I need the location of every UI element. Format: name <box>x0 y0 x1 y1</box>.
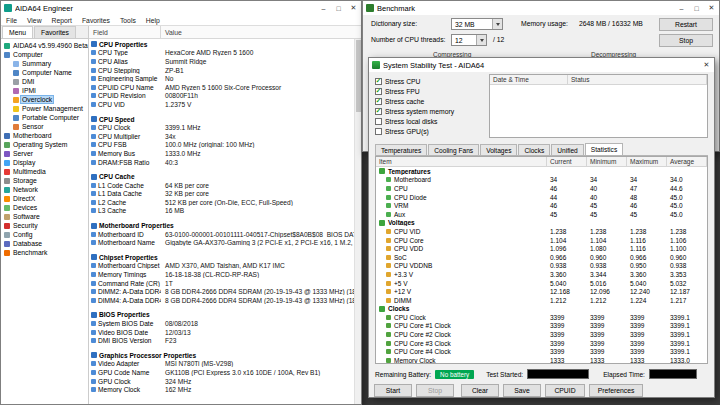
property-row-dram-fsb-ratio[interactable]: DRAM:FSB Ratio40:3 <box>89 158 361 167</box>
stats-row-5-v[interactable]: +5 V5.0405.0165.0405.032 <box>376 279 707 288</box>
property-row-cpu-stepping[interactable]: CPU SteppingZP-B1 <box>89 66 361 75</box>
menu-view[interactable]: View <box>22 17 47 24</box>
sidebar-item-computer[interactable]: Computer <box>1 50 88 59</box>
tab-statistics[interactable]: Statistics <box>585 143 623 155</box>
tab-clocks[interactable]: Clocks <box>518 144 550 155</box>
sidebar-item-security[interactable]: Security <box>1 221 88 230</box>
sidebar-item-motherboard[interactable]: Motherboard <box>1 131 88 140</box>
sidebar-item-config[interactable]: Config <box>1 230 88 239</box>
sidebar-item-server[interactable]: Server <box>1 149 88 158</box>
property-row-l2-cache[interactable]: L2 Cache512 KB per core (On-Die, ECC, Fu… <box>89 198 361 207</box>
stats-group-temperatures[interactable]: Temperatures <box>376 167 707 176</box>
stats-group-voltages[interactable]: Voltages <box>376 219 707 228</box>
menu-file[interactable]: File <box>1 17 22 24</box>
stats-column-minimum[interactable]: Minimum <box>587 157 627 166</box>
vertical-scrollbar[interactable] <box>354 39 361 404</box>
property-row-dimm4-a-data-ddr4-2666-2[interactable]: DIMM4: A-Data DDR4 2666 2...8 GB DDR4-26… <box>89 296 361 305</box>
stats-row-memory-clock[interactable]: Memory Clock1333133313331333.0 <box>376 356 707 363</box>
property-row-video-bios-date[interactable]: Video BIOS Date12/03/13 <box>89 328 361 337</box>
menu-report[interactable]: Report <box>47 17 77 24</box>
sidebar-item-multimedia[interactable]: Multimedia <box>1 167 88 176</box>
sidebar-item-network[interactable]: Network <box>1 185 88 194</box>
property-row-gpu-code-name[interactable]: GPU Code NameGK110B (PCI Express 3.0 x16… <box>89 368 361 377</box>
property-group-bios-properties[interactable]: BIOS Properties <box>89 311 361 320</box>
cpuid-button[interactable]: CPUID <box>545 384 585 397</box>
sidebar-item-storage[interactable]: Storage <box>1 176 88 185</box>
property-row-cpu-fsb[interactable]: CPU FSB100.0 MHz (original: 100 MHz) <box>89 141 361 150</box>
property-row-cpu-multiplier[interactable]: CPU Multiplier34x <box>89 132 361 141</box>
stop-button[interactable]: Stop <box>416 384 454 397</box>
stop-button[interactable]: Stop <box>659 34 713 47</box>
property-row-cpu-alias[interactable]: CPU AliasSummit Ridge <box>89 57 361 66</box>
sidebar-item-ipmi[interactable]: IPMI <box>1 86 88 95</box>
stats-column-current[interactable]: Current <box>547 157 587 166</box>
checkbox-stress-cache[interactable]: ✓Stress cache <box>375 96 487 106</box>
property-row-command-rate-cr[interactable]: Command Rate (CR)1T <box>89 279 361 288</box>
menu-tools[interactable]: Tools <box>115 17 141 24</box>
dictionary-size-select[interactable]: 32 MB <box>451 18 503 30</box>
property-row-engineering-sample[interactable]: Engineering SampleNo <box>89 74 361 83</box>
sidebar-item-database[interactable]: Database <box>1 239 88 248</box>
property-row-cpuid-cpu-name[interactable]: CPUID CPU NameAMD Ryzen 5 1600 Six-Core … <box>89 83 361 92</box>
sidebar-item-software[interactable]: Software <box>1 212 88 221</box>
stats-row-cpu-vid[interactable]: CPU VID1.2381.2381.2381.238 <box>376 227 707 236</box>
close-icon[interactable]: ✕ <box>346 1 361 15</box>
stats-row-dimm[interactable]: DIMM1.2121.2121.2241.217 <box>376 296 707 305</box>
property-row-l1-code-cache[interactable]: L1 Code Cache64 KB per core <box>89 181 361 190</box>
property-row-cpu-vid[interactable]: CPU VID1.2375 V <box>89 100 361 109</box>
stats-row-cpu-vdd[interactable]: CPU VDD1.0961.0801.1161.100 <box>376 244 707 253</box>
stats-row-cpu-vddnb[interactable]: CPU VDDNB0.9380.9380.9500.938 <box>376 262 707 271</box>
stability-titlebar[interactable]: System Stability Test - AIDA64 ✕ <box>369 58 714 72</box>
stats-column-average[interactable]: Average <box>667 157 707 166</box>
pane-tab-menu[interactable]: Menu <box>2 26 33 38</box>
property-group-graphics-processor-properties[interactable]: Graphics Processor Properties <box>89 351 361 360</box>
property-group-cpu-speed[interactable]: CPU Speed <box>89 115 361 124</box>
maximize-icon[interactable]: □ <box>689 1 704 15</box>
sidebar-item-computer-name[interactable]: Computer Name <box>1 68 88 77</box>
checkbox-stress-fpu[interactable]: ✓Stress FPU <box>375 86 487 96</box>
sidebar-item-power-management[interactable]: Power Management <box>1 104 88 113</box>
scrollbar-thumb[interactable] <box>356 40 361 112</box>
stats-row-cpu-core-1-clock[interactable]: CPU Core #1 Clock3399339933993399.1 <box>376 322 707 331</box>
close-icon[interactable]: ✕ <box>699 58 714 72</box>
restart-button[interactable]: Restart <box>659 18 713 31</box>
property-row-l3-cache[interactable]: L3 Cache16 MB <box>89 207 361 216</box>
stats-row-12-v[interactable]: +12 V12.16812.09612.24012.187 <box>376 287 707 296</box>
tab-voltages[interactable]: Voltages <box>480 144 517 155</box>
tab-unified[interactable]: Unified <box>551 144 584 155</box>
property-row-motherboard-chipset[interactable]: Motherboard ChipsetAMD X370, AMD Taishan… <box>89 262 361 271</box>
property-row-cpuid-revision[interactable]: CPUID Revision00800F11h <box>89 92 361 101</box>
stats-row-cpu[interactable]: CPU46404744.6 <box>376 184 707 193</box>
property-row-l1-data-cache[interactable]: L1 Data Cache32 KB per core <box>89 190 361 199</box>
column-header-value[interactable]: Value <box>161 26 361 38</box>
property-group-motherboard-properties[interactable]: Motherboard Properties <box>89 221 361 230</box>
sidebar-item-devices[interactable]: Devices <box>1 203 88 212</box>
tab-cooling-fans[interactable]: Cooling Fans <box>428 144 479 155</box>
sidebar-item-summary[interactable]: Summary <box>1 59 88 68</box>
stats-group-clocks[interactable]: Clocks <box>376 305 707 314</box>
checkbox-stress-local-disks[interactable]: Stress local disks <box>375 116 487 126</box>
minimize-icon[interactable]: – <box>674 1 689 15</box>
stats-row-cpu-core-2-clock[interactable]: CPU Core #2 Clock3399339933993399.1 <box>376 330 707 339</box>
menu-favorites[interactable]: Favorites <box>77 17 115 24</box>
property-row-system-bios-date[interactable]: System BIOS Date08/08/2018 <box>89 319 361 328</box>
start-button[interactable]: Start <box>374 384 412 397</box>
benchmark-titlebar[interactable]: Benchmark – □ ✕ <box>363 1 719 15</box>
maximize-icon[interactable]: □ <box>331 1 346 15</box>
property-group-chipset-properties[interactable]: Chipset Properties <box>89 253 361 262</box>
stats-row-cpu-core-3-clock[interactable]: CPU Core #3 Clock3399339933993399.1 <box>376 339 707 348</box>
stats-row-cpu-clock[interactable]: CPU Clock3399339933993399.1 <box>376 313 707 322</box>
sidebar-item-benchmark[interactable]: Benchmark <box>1 248 88 257</box>
stats-column-item[interactable]: Item <box>376 157 547 166</box>
menu-help[interactable]: Help <box>141 17 165 24</box>
sidebar-item-display[interactable]: Display <box>1 158 88 167</box>
checkbox-stress-system-memory[interactable]: ✓Stress system memory <box>375 106 487 116</box>
property-row-motherboard-name[interactable]: Motherboard NameGigabyte GA-AX370-Gaming… <box>89 238 361 247</box>
sidebar-item-portable-computer[interactable]: Portable Computer <box>1 113 88 122</box>
save-button[interactable]: Save <box>503 384 541 397</box>
column-header-field[interactable]: Field <box>89 26 161 38</box>
preferences-button[interactable]: Preferences <box>589 384 643 397</box>
cpu-threads-select[interactable]: 12 <box>451 34 487 46</box>
stats-row-motherboard[interactable]: Motherboard34343434.0 <box>376 176 707 185</box>
property-row-video-adapter[interactable]: Video AdapterMSI N780Ti (MS-V298) <box>89 360 361 369</box>
